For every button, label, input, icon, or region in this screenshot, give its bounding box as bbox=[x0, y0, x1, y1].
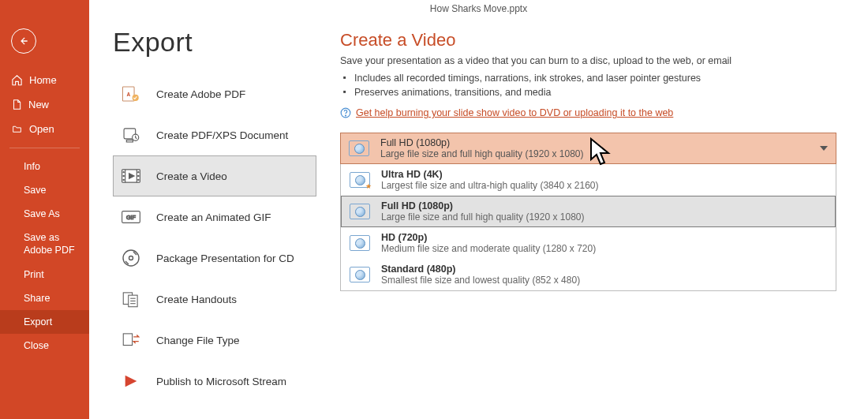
nav-label: Print bbox=[24, 269, 44, 280]
document-title: How Sharks Move.pptx bbox=[89, 0, 868, 17]
option-sub: Smallest file size and lowest quality (8… bbox=[381, 275, 580, 286]
nav-close[interactable]: Close bbox=[0, 334, 89, 357]
export-animated-gif[interactable]: GIF Create an Animated GIF bbox=[113, 196, 316, 238]
nav-export[interactable]: Export bbox=[0, 310, 89, 334]
svg-point-26 bbox=[346, 115, 346, 116]
nav-label: Save As bbox=[24, 208, 60, 219]
svg-point-10 bbox=[123, 175, 124, 176]
change-file-type-icon bbox=[120, 331, 142, 350]
cd-icon bbox=[120, 249, 142, 267]
export-option-label: Change File Type bbox=[156, 335, 240, 346]
selected-resolution-title: Full HD (1080p) bbox=[380, 137, 584, 148]
resolution-dropdown: Full HD (1080p) Large file size and full… bbox=[340, 133, 836, 291]
export-option-label: Package Presentation for CD bbox=[156, 253, 294, 264]
svg-point-13 bbox=[138, 175, 139, 176]
option-title: HD (720p) bbox=[381, 232, 596, 243]
nav-save[interactable]: Save bbox=[0, 178, 89, 202]
svg-point-18 bbox=[129, 256, 133, 260]
nav-info[interactable]: Info bbox=[0, 155, 89, 178]
export-option-label: Publish to Microsoft Stream bbox=[156, 376, 286, 387]
export-option-label: Create Adobe PDF bbox=[156, 88, 245, 100]
resolution-option-hd[interactable]: HD (720p) Medium file size and moderate … bbox=[341, 227, 836, 259]
resolution-icon bbox=[350, 204, 370, 219]
svg-point-12 bbox=[138, 171, 139, 172]
nav-separator bbox=[9, 148, 80, 148]
nav-open[interactable]: Open bbox=[0, 117, 89, 141]
main-area: How Sharks Move.pptx Export A Create Ado… bbox=[89, 0, 868, 419]
option-title: Standard (480p) bbox=[381, 264, 580, 275]
svg-point-14 bbox=[138, 179, 139, 180]
bullet-item: Preserves animations, transitions, and m… bbox=[354, 85, 836, 99]
page-title: Export bbox=[113, 27, 316, 58]
selected-resolution-sub: Large file size and full high quality (1… bbox=[380, 148, 584, 159]
resolution-option-ultra-hd[interactable]: Ultra HD (4K) Largest file size and ultr… bbox=[341, 164, 836, 196]
option-title: Full HD (1080p) bbox=[381, 200, 585, 211]
resolution-icon bbox=[350, 172, 370, 188]
home-icon bbox=[11, 74, 23, 86]
bullet-item: Includes all recorded timings, narration… bbox=[354, 71, 836, 85]
nav-home[interactable]: Home bbox=[0, 68, 89, 92]
export-pdf-xps[interactable]: Create PDF/XPS Document bbox=[113, 114, 316, 155]
nav-label: Home bbox=[29, 74, 57, 86]
export-option-label: Create Handouts bbox=[156, 294, 237, 305]
export-option-label: Create a Video bbox=[156, 170, 227, 182]
resolution-option-full-hd[interactable]: Full HD (1080p) Large file size and full… bbox=[341, 196, 836, 227]
option-sub: Large file size and full high quality (1… bbox=[381, 211, 585, 223]
gif-icon: GIF bbox=[120, 208, 142, 226]
nav-print[interactable]: Print bbox=[0, 263, 89, 286]
nav-save-adobe-pdf[interactable]: Save as Adobe PDF bbox=[0, 226, 89, 263]
open-folder-icon bbox=[11, 124, 23, 134]
nav-save-as[interactable]: Save As bbox=[0, 202, 89, 226]
export-adobe-pdf[interactable]: A Create Adobe PDF bbox=[113, 73, 316, 114]
option-title: Ultra HD (4K) bbox=[381, 169, 599, 180]
export-microsoft-stream[interactable]: Publish to Microsoft Stream bbox=[113, 361, 316, 402]
video-panel-description: Save your presentation as a video that y… bbox=[340, 55, 836, 66]
resolution-icon bbox=[350, 235, 370, 251]
help-icon bbox=[340, 107, 351, 118]
nav-new[interactable]: New bbox=[0, 92, 89, 117]
chevron-down-icon bbox=[820, 146, 828, 151]
resolution-dropdown-selected[interactable]: Full HD (1080p) Large file size and full… bbox=[340, 133, 836, 164]
svg-point-9 bbox=[123, 171, 124, 172]
back-button[interactable] bbox=[11, 28, 36, 54]
export-create-video[interactable]: Create a Video bbox=[113, 155, 316, 196]
export-option-label: Create an Animated GIF bbox=[156, 211, 271, 223]
export-change-file-type[interactable]: Change File Type bbox=[113, 320, 316, 361]
backstage-sidebar: Home New Open Info Save Save As Save as … bbox=[0, 0, 89, 419]
video-icon bbox=[120, 166, 142, 185]
svg-point-11 bbox=[123, 179, 124, 180]
nav-label: Info bbox=[24, 161, 40, 172]
svg-rect-4 bbox=[126, 140, 133, 142]
nav-label: Close bbox=[24, 340, 49, 351]
video-panel-title: Create a Video bbox=[340, 30, 836, 51]
resolution-options-list: Ultra HD (4K) Largest file size and ultr… bbox=[340, 164, 836, 291]
nav-share[interactable]: Share bbox=[0, 286, 89, 310]
nav-label: Save bbox=[24, 185, 47, 196]
resolution-icon bbox=[350, 267, 370, 282]
resolution-icon bbox=[349, 140, 369, 156]
new-file-icon bbox=[11, 99, 22, 110]
pdf-xps-icon bbox=[120, 125, 142, 144]
export-handouts[interactable]: Create Handouts bbox=[113, 279, 316, 320]
export-option-label: Create PDF/XPS Document bbox=[156, 129, 288, 141]
nav-label: Share bbox=[24, 293, 50, 304]
adobe-pdf-icon: A bbox=[120, 84, 142, 103]
handouts-icon bbox=[120, 290, 142, 309]
svg-point-17 bbox=[123, 250, 139, 266]
option-sub: Largest file size and ultra-high quality… bbox=[381, 180, 599, 191]
video-panel-bullets: Includes all recorded timings, narration… bbox=[340, 71, 836, 99]
export-package-cd[interactable]: Package Presentation for CD bbox=[113, 238, 316, 279]
stream-icon bbox=[120, 372, 142, 391]
help-link[interactable]: Get help burning your slide show video t… bbox=[356, 107, 673, 118]
option-sub: Medium file size and moderate quality (1… bbox=[381, 243, 596, 254]
back-arrow-icon bbox=[18, 36, 29, 47]
svg-text:GIF: GIF bbox=[126, 214, 137, 221]
nav-label: Export bbox=[24, 316, 52, 327]
resolution-option-standard[interactable]: Standard (480p) Smallest file size and l… bbox=[341, 259, 836, 290]
svg-text:A: A bbox=[126, 92, 130, 97]
nav-label: Open bbox=[29, 123, 54, 135]
export-options-list: A Create Adobe PDF Create PDF/XPS Docume… bbox=[113, 73, 316, 402]
nav-label: New bbox=[28, 99, 49, 110]
svg-rect-24 bbox=[123, 334, 132, 346]
nav-label: Save as Adobe PDF bbox=[24, 232, 89, 256]
